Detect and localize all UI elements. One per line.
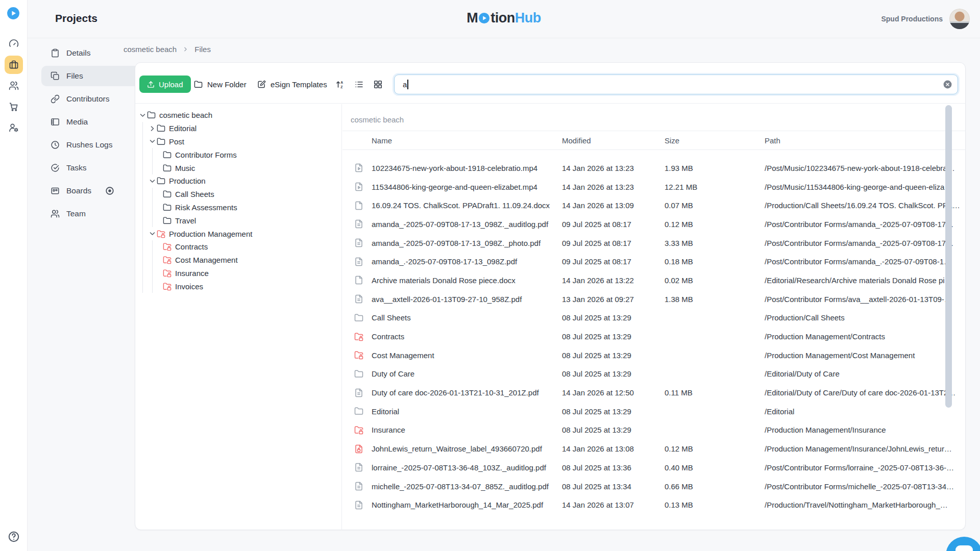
tree-expander-icon[interactable]: [148, 230, 157, 238]
tree-item[interactable]: Insurance: [138, 267, 341, 280]
sidebar-item-boards[interactable]: Boards: [41, 181, 143, 201]
file-row[interactable]: JohnLewis_return_Waitrose_label_49366072…: [342, 439, 965, 458]
file-name[interactable]: JohnLewis_return_Waitrose_label_49366072…: [372, 444, 562, 453]
search-input[interactable]: [394, 74, 958, 94]
file-name[interactable]: 16.09.24 TOS. ChalkScot. PPADraft1. 11.0…: [372, 201, 562, 210]
file-row[interactable]: Editorial 08 Jul 2025 at 13:29 /Editoria…: [342, 402, 965, 421]
tree-item[interactable]: cosmetic beach: [138, 109, 341, 122]
sidebar-item-label: Team: [66, 209, 86, 218]
file-row[interactable]: Contracts 08 Jul 2025 at 13:29 /Producti…: [342, 327, 965, 346]
file-name[interactable]: Call Sheets: [372, 313, 562, 322]
projects-rail-button[interactable]: [5, 56, 23, 74]
file-name[interactable]: Cost Management: [372, 351, 562, 360]
file-name[interactable]: Nottingham_MarketHarborough_14_Mar_2025.…: [372, 500, 562, 509]
file-row[interactable]: 16.09.24 TOS. ChalkScot. PPADraft1. 11.0…: [342, 196, 965, 215]
column-path[interactable]: Path: [765, 136, 965, 145]
dashboard-rail-button[interactable]: [5, 35, 23, 53]
avatar[interactable]: [949, 9, 970, 29]
files-panel: Upload New Folder eSign Templates cosmet…: [135, 62, 966, 530]
file-row[interactable]: 115344806-king-george-and-queen-elizabet…: [342, 178, 965, 196]
file-row[interactable]: Insurance 08 Jul 2025 at 13:29 /Producti…: [342, 421, 965, 440]
file-row[interactable]: Cost Management 08 Jul 2025 at 13:29 /Pr…: [342, 346, 965, 365]
sidebar-item-files[interactable]: Files: [41, 66, 143, 86]
brand-logo: MtionHub: [28, 10, 980, 26]
account-menu[interactable]: Spud Productions: [881, 9, 970, 29]
grid-view-icon[interactable]: [373, 80, 383, 89]
file-row[interactable]: Duty of care doc-2026-01-13T21-10-31_201…: [342, 383, 965, 402]
file-row[interactable]: 102234675-new-york-about-1918-celebratio…: [342, 159, 965, 178]
app-logo-icon[interactable]: [7, 7, 20, 20]
upload-button[interactable]: Upload: [139, 76, 191, 93]
file-row[interactable]: Nottingham_MarketHarborough_14_Mar_2025.…: [342, 495, 965, 514]
column-size[interactable]: Size: [665, 136, 765, 145]
file-name[interactable]: lorraine_-2025-07-08T13-36-48_103Z._audi…: [372, 463, 562, 472]
chat-widget-button[interactable]: [946, 537, 980, 551]
tree-item[interactable]: Post: [138, 135, 341, 148]
tree-item[interactable]: Music: [138, 161, 341, 174]
tree-item[interactable]: Invoices: [138, 280, 341, 293]
file-row[interactable]: michelle_-2025-07-08T13-34-07_885Z._audi…: [342, 477, 965, 496]
breadcrumb-project[interactable]: cosmetic beach: [124, 45, 177, 54]
tree-expander-icon[interactable]: [148, 137, 157, 145]
tree-item[interactable]: Cost Management: [138, 254, 341, 267]
sidebar-item-rushes-logs[interactable]: Rushes Logs: [41, 135, 143, 155]
table-scrollbar[interactable]: [945, 105, 952, 408]
file-name[interactable]: Editorial: [372, 407, 562, 416]
file-row[interactable]: lorraine_-2025-07-08T13-36-48_103Z._audi…: [342, 458, 965, 477]
tree-item[interactable]: Call Sheets: [138, 188, 341, 201]
tree-item[interactable]: Travel: [138, 214, 341, 227]
new-folder-button[interactable]: New Folder: [194, 76, 247, 93]
file-name[interactable]: Duty of care doc-2026-01-13T21-10-31_201…: [372, 388, 562, 397]
tree-item[interactable]: Production Management: [138, 227, 341, 240]
file-name[interactable]: Archive materials Donald Rose piece.docx: [372, 276, 562, 285]
tree-expander-icon[interactable]: [148, 177, 157, 185]
sidebar-item-team[interactable]: Team: [41, 204, 143, 224]
help-icon[interactable]: [8, 531, 20, 543]
file-row[interactable]: amanda_-2025-07-09T08-17-13_098Z._photo.…: [342, 234, 965, 253]
file-name[interactable]: Contracts: [372, 332, 562, 341]
file-name[interactable]: michelle_-2025-07-08T13-34-07_885Z._audi…: [372, 482, 562, 491]
file-row[interactable]: ava__axtell-2026-01-13T09-27-10_958Z.pdf…: [342, 290, 965, 309]
file-row[interactable]: amanda_-2025-07-09T08-17-13_098Z._auditl…: [342, 215, 965, 234]
file-name[interactable]: 102234675-new-york-about-1918-celebratio…: [372, 164, 562, 172]
tree-item[interactable]: Risk Assessments: [138, 201, 341, 214]
tree-expander-icon[interactable]: [138, 111, 147, 119]
sidebar-item-media[interactable]: Media: [41, 112, 143, 132]
file-name[interactable]: Insurance: [372, 425, 562, 434]
column-modified[interactable]: Modified: [562, 136, 665, 145]
sidebar-item-contributors[interactable]: Contributors: [41, 89, 143, 109]
file-path: /Editorial/Duty of Care: [765, 369, 965, 378]
tree-folder-icon: [157, 137, 165, 146]
esign-templates-button[interactable]: eSign Templates: [257, 76, 327, 93]
admin-rail-button[interactable]: [5, 118, 23, 137]
clear-search-icon[interactable]: [943, 80, 952, 89]
file-row[interactable]: amanda_.-2025-07-09T08-17-13_098Z.pdf 09…: [342, 252, 965, 271]
column-name[interactable]: Name: [372, 136, 562, 145]
orders-rail-button[interactable]: [5, 97, 23, 116]
file-name[interactable]: amanda_.-2025-07-09T08-17-13_098Z.pdf: [372, 257, 562, 266]
table-header: Name Modified Size Path: [342, 131, 965, 150]
file-name[interactable]: Duty of Care: [372, 369, 562, 378]
tree-item[interactable]: Contracts: [138, 240, 341, 254]
sidebar-item-tasks[interactable]: Tasks: [41, 158, 143, 178]
file-row[interactable]: Call Sheets 08 Jul 2025 at 13:29 /Produc…: [342, 309, 965, 328]
list-view-icon[interactable]: [354, 80, 364, 89]
file-name[interactable]: 115344806-king-george-and-queen-elizabet…: [372, 183, 562, 191]
tree-item[interactable]: Editorial: [138, 122, 341, 135]
people-rail-button[interactable]: [5, 77, 23, 95]
file-row[interactable]: Duty of Care 08 Jul 2025 at 13:29 /Edito…: [342, 365, 965, 384]
tree-item[interactable]: Contributor Forms: [138, 148, 341, 161]
tree-item[interactable]: Production: [138, 174, 341, 188]
file-rows: 102234675-new-york-about-1918-celebratio…: [342, 159, 965, 514]
tree-indent-guides: [138, 201, 158, 214]
tree-expander-icon[interactable]: [148, 124, 157, 133]
sort-az-icon[interactable]: [335, 80, 345, 89]
file-type-icon: [354, 219, 363, 229]
chat-bubble-icon: [955, 545, 973, 551]
new-folder-label: New Folder: [207, 80, 247, 89]
breadcrumb-files[interactable]: Files: [194, 45, 211, 54]
file-name[interactable]: amanda_-2025-07-09T08-17-13_098Z._auditl…: [372, 220, 562, 229]
file-name[interactable]: ava__axtell-2026-01-13T09-27-10_958Z.pdf: [372, 295, 562, 304]
file-name[interactable]: amanda_-2025-07-09T08-17-13_098Z._photo.…: [372, 239, 562, 247]
file-row[interactable]: Archive materials Donald Rose piece.docx…: [342, 271, 965, 290]
